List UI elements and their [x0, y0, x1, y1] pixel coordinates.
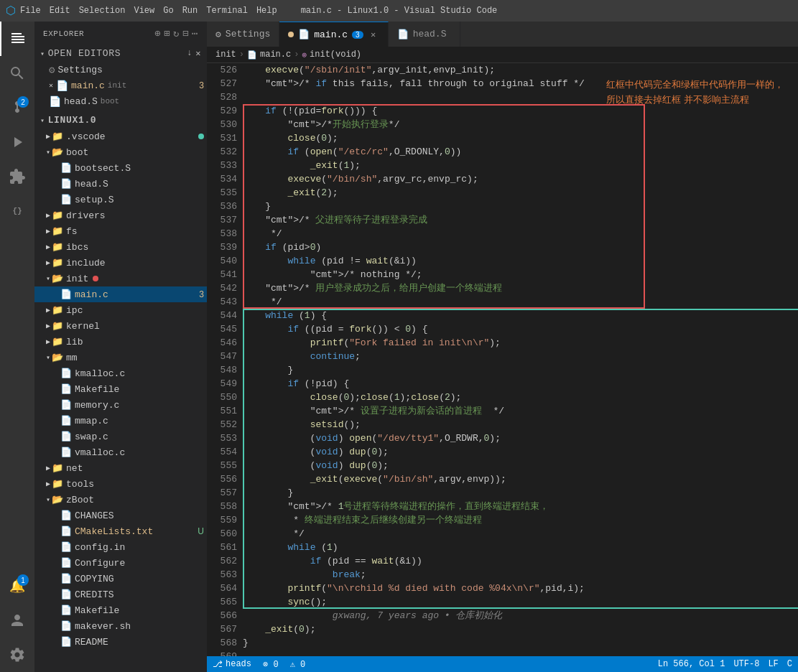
explorer-activity-icon[interactable]	[0, 22, 34, 56]
save-all-icon[interactable]: ↓	[187, 48, 192, 59]
breadcrumb-init[interactable]: init	[215, 50, 236, 60]
debug-activity-icon[interactable]	[0, 125, 34, 159]
menu-run[interactable]: Run	[182, 6, 198, 16]
breadcrumb-mainc[interactable]: main.c	[260, 50, 291, 60]
file-vmalloc[interactable]: 📄 vmalloc.c	[34, 444, 207, 460]
file-credits[interactable]: 📄 CREDITS	[34, 587, 207, 602]
file-configure[interactable]: 📄 Configure	[34, 555, 207, 571]
warnings-count[interactable]: ⚠ 0	[290, 659, 306, 670]
account-icon[interactable]	[0, 603, 34, 638]
file-bootsect[interactable]: 📄 bootsect.S	[34, 160, 207, 176]
more-actions-icon[interactable]: ⋯	[192, 27, 198, 39]
refresh-icon[interactable]: ↻	[173, 27, 180, 39]
folder-tools-arrow: ▶	[46, 480, 50, 488]
line-numbers: 5265275285295305315325335345355365375385…	[207, 63, 243, 656]
folder-vscode[interactable]: ▶ 📁 .vscode	[34, 129, 207, 144]
swap-label: swap.c	[75, 431, 108, 442]
mainc-tab-close[interactable]: ✕	[368, 29, 379, 40]
open-editors-section-title[interactable]: ▾ OPEN EDITORS ↓ ✕	[34, 45, 207, 62]
line-ending[interactable]: LF	[768, 659, 778, 669]
code-line-530: "cmt">/*开始执行登录*/	[243, 118, 798, 131]
folder-drivers[interactable]: ▶ 📁 drivers	[34, 207, 207, 223]
collapse-all-icon[interactable]: ⊟	[182, 27, 189, 39]
file-makefile-zboot[interactable]: 📄 Makefile	[34, 602, 207, 618]
folder-ipc[interactable]: ▶ 📁 ipc	[34, 302, 207, 318]
search-activity-icon[interactable]	[0, 56, 34, 90]
code-scroll-area[interactable]: 红框中代码完全和绿框中代码作用一样的， 所以直接去掉红框 并不影响主流程 exe…	[243, 63, 798, 656]
folder-net[interactable]: ▶ 📁 net	[34, 460, 207, 476]
new-folder-icon[interactable]: ⊞	[164, 27, 170, 39]
open-editor-heads[interactable]: 📄 head.S boot	[34, 93, 207, 109]
tab-heads[interactable]: 📄 head.S	[389, 22, 460, 47]
folder-zboot[interactable]: ▾ 📂 zBoot	[34, 492, 207, 508]
sidebar-header-icons[interactable]: ⊕ ⊞ ↻ ⊟ ⋯	[154, 27, 198, 39]
file-heads[interactable]: 📄 head.S	[34, 176, 207, 192]
makefile-zboot-label: Makefile	[75, 605, 119, 616]
folder-boot-icon: 📂	[52, 146, 63, 158]
menu-bar[interactable]: File Edit Selection View Go Run Terminal…	[20, 6, 277, 16]
folder-boot[interactable]: ▾ 📂 boot	[34, 144, 207, 160]
language[interactable]: C	[787, 659, 792, 669]
menu-go[interactable]: Go	[163, 6, 173, 16]
file-mainc-init[interactable]: 📄 main.c 3	[34, 286, 207, 302]
close-mainc-icon[interactable]: ✕	[49, 81, 53, 90]
file-copying[interactable]: 📄 COPYING	[34, 571, 207, 587]
file-kmalloc[interactable]: 📄 kmalloc.c	[34, 365, 207, 381]
menu-terminal[interactable]: Terminal	[206, 6, 248, 16]
folder-kernel[interactable]: ▶ 📁 kernel	[34, 318, 207, 334]
folder-net-label: net	[66, 463, 83, 474]
bootsect-label: bootsect.S	[75, 163, 131, 174]
new-file-icon[interactable]: ⊕	[154, 27, 161, 39]
file-makefile-mm[interactable]: 📄 Makefile	[34, 381, 207, 397]
setup-label: setup.S	[75, 195, 114, 205]
open-editors-label: OPEN EDITORS	[48, 48, 121, 59]
folder-mm[interactable]: ▾ 📂 mm	[34, 350, 207, 365]
menu-view[interactable]: View	[134, 6, 154, 16]
activity-bottom: 🔔 1	[0, 569, 34, 672]
makefile-mm-icon: 📄	[60, 383, 72, 395]
json-activity-icon[interactable]: {}	[0, 194, 34, 228]
file-changes[interactable]: 📄 CHANGES	[34, 508, 207, 523]
line-col[interactable]: Ln 566, Col 1	[658, 659, 725, 669]
annotation-box: 红框中代码完全和绿框中代码作用一样的， 所以直接去掉红框 并不影响主流程	[606, 78, 784, 108]
open-editor-mainc[interactable]: ✕ 📄 main.c init 3	[34, 78, 207, 93]
menu-help[interactable]: Help	[256, 6, 277, 16]
file-configin[interactable]: 📄 config.in	[34, 539, 207, 555]
tab-mainc[interactable]: 📄 main.c 3 ✕	[279, 22, 388, 47]
tab-settings[interactable]: ⚙ Settings	[207, 22, 279, 47]
notifications-icon[interactable]: 🔔 1	[0, 569, 34, 603]
source-control-activity-icon[interactable]: 2	[0, 90, 34, 125]
folder-fs[interactable]: ▶ 📁 fs	[34, 223, 207, 239]
code-line-543: */	[243, 295, 798, 309]
file-cmakelists[interactable]: 📄 CMakeLists.txt U	[34, 523, 207, 539]
encoding[interactable]: UTF-8	[733, 659, 759, 669]
folder-mm-icon: 📂	[52, 352, 63, 363]
menu-selection[interactable]: Selection	[79, 6, 126, 16]
code-line-533: _exit(1);	[243, 159, 798, 172]
file-makeversh[interactable]: 📄 makever.sh	[34, 618, 207, 634]
linux-section-title[interactable]: ▾ LINUX1.0	[34, 112, 207, 129]
breadcrumb-func[interactable]: init(void)	[310, 50, 361, 60]
folder-include[interactable]: ▶ 📁 include	[34, 255, 207, 271]
close-all-icon[interactable]: ✕	[195, 48, 201, 59]
credits-icon: 📄	[60, 589, 72, 600]
file-readme[interactable]: 📄 README	[34, 634, 207, 650]
file-setup[interactable]: 📄 setup.S	[34, 192, 207, 207]
menu-file[interactable]: File	[20, 6, 41, 16]
folder-ibcs[interactable]: ▶ 📁 ibcs	[34, 239, 207, 255]
file-mmap[interactable]: 📄 mmap.c	[34, 413, 207, 429]
git-branch[interactable]: ⎇ heads	[213, 659, 251, 670]
manage-icon[interactable]	[0, 638, 34, 672]
errors-count[interactable]: ⊗ 0	[263, 659, 279, 670]
file-memory[interactable]: 📄 memory.c	[34, 397, 207, 413]
menu-edit[interactable]: Edit	[50, 6, 70, 16]
folder-include-arrow: ▶	[46, 258, 50, 267]
file-swap[interactable]: 📄 swap.c	[34, 429, 207, 444]
open-editor-settings[interactable]: ⚙ Settings	[34, 62, 207, 78]
folder-init[interactable]: ▾ 📂 init	[34, 271, 207, 286]
folder-lib[interactable]: ▶ 📁 lib	[34, 334, 207, 350]
folder-ipc-label: ipc	[66, 305, 83, 316]
titlebar-title: main.c - Linux1.0 - Visual Studio Code	[301, 6, 498, 16]
extensions-activity-icon[interactable]	[0, 159, 34, 194]
folder-tools[interactable]: ▶ 📁 tools	[34, 476, 207, 492]
